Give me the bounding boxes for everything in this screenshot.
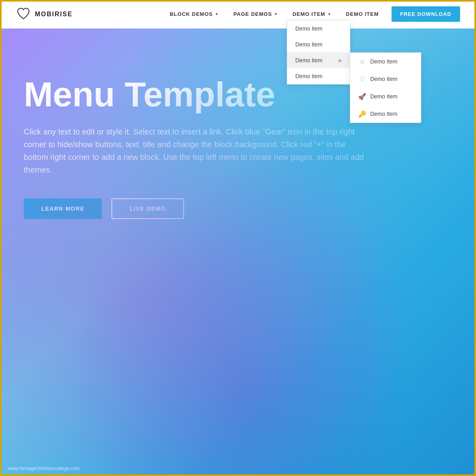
dropdown-item-2[interactable]: Demo Item <box>287 36 350 52</box>
submenu-arrow-icon: ▶ <box>339 58 342 63</box>
hero-description: Click any text to edit or style it. Sele… <box>24 125 365 176</box>
footer-watermark: www.heritagechristiancollege.com <box>8 466 80 471</box>
page-demos-link[interactable]: PAGE DEMOS ▼ <box>228 8 284 20</box>
demo-item-1-label: DEMO ITEM <box>292 11 325 17</box>
submenu-item-3-label: Demo Item <box>370 93 397 100</box>
demo-item-2-link[interactable]: DEMO ITEM <box>340 8 384 20</box>
golden-border-bottom <box>0 474 476 476</box>
dropdown-item-3[interactable]: Demo Item ▶ ☆ Demo Item ♡ Demo Item <box>287 52 350 68</box>
hero-buttons: LEARN MORE LIVE DEMO <box>24 198 452 219</box>
demo-item-1-link[interactable]: DEMO ITEM ▼ <box>287 8 337 20</box>
dropdown-item-4-label: Demo Item <box>295 73 322 79</box>
learn-more-button[interactable]: LEARN MORE <box>24 198 102 219</box>
brand: MOBIRISE <box>16 6 73 23</box>
block-demos-label: BLOCK DEMOS <box>170 11 213 17</box>
rocket-icon: 🚀 <box>358 92 366 100</box>
heart-icon <box>16 6 31 23</box>
golden-border-left <box>0 0 2 476</box>
golden-border-right <box>474 0 476 476</box>
dropdown-item-2-label: Demo Item <box>295 41 322 48</box>
nav-item-page-demos[interactable]: PAGE DEMOS ▼ <box>228 8 284 20</box>
block-demos-link[interactable]: BLOCK DEMOS ▼ <box>164 8 225 20</box>
hero-title: Menu Template <box>24 76 301 113</box>
heart-icon: ♡ <box>358 75 366 83</box>
key-icon: 🔑 <box>358 110 366 118</box>
live-demo-button[interactable]: LIVE DEMO <box>111 198 184 219</box>
nav-item-demo-item-1[interactable]: DEMO ITEM ▼ Demo Item Demo Item Demo Ite… <box>287 8 337 20</box>
dropdown-item-4[interactable]: Demo Item <box>287 68 350 84</box>
demo-item-dropdown: Demo Item Demo Item Demo Item ▶ ☆ Demo I… <box>287 20 350 84</box>
chevron-down-icon: ▼ <box>215 12 219 16</box>
submenu-item-2[interactable]: ♡ Demo Item <box>350 70 421 88</box>
nav-item-demo-item-2[interactable]: DEMO ITEM <box>340 8 384 20</box>
chevron-down-icon: ▼ <box>327 12 332 16</box>
submenu-item-4-label: Demo Item <box>370 111 397 117</box>
dropdown-item-1[interactable]: Demo Item <box>287 21 350 36</box>
navbar-nav: BLOCK DEMOS ▼ PAGE DEMOS ▼ DEMO ITEM ▼ D… <box>164 6 460 22</box>
navbar: MOBIRISE BLOCK DEMOS ▼ PAGE DEMOS ▼ DEMO… <box>0 0 476 29</box>
submenu: ☆ Demo Item ♡ Demo Item 🚀 Demo Item � <box>350 52 421 123</box>
page-demos-label: PAGE DEMOS <box>233 11 272 17</box>
golden-border-top <box>0 0 476 2</box>
demo-item-2-label: DEMO ITEM <box>346 11 379 17</box>
submenu-item-1-label: Demo Item <box>370 58 397 65</box>
brand-name: MOBIRISE <box>35 11 73 18</box>
submenu-item-3[interactable]: 🚀 Demo Item <box>350 88 421 105</box>
submenu-item-1[interactable]: ☆ Demo Item <box>350 53 421 70</box>
star-icon: ☆ <box>358 58 366 65</box>
free-download-button[interactable]: FREE DOWNLOAD <box>392 6 460 22</box>
dropdown-item-1-label: Demo Item <box>295 25 322 32</box>
submenu-item-4[interactable]: 🔑 Demo Item <box>350 105 421 123</box>
dropdown-item-3-label: Demo Item <box>295 57 322 63</box>
nav-item-block-demos[interactable]: BLOCK DEMOS ▼ <box>164 8 225 20</box>
submenu-item-2-label: Demo Item <box>370 76 397 82</box>
chevron-down-icon: ▼ <box>274 12 278 16</box>
